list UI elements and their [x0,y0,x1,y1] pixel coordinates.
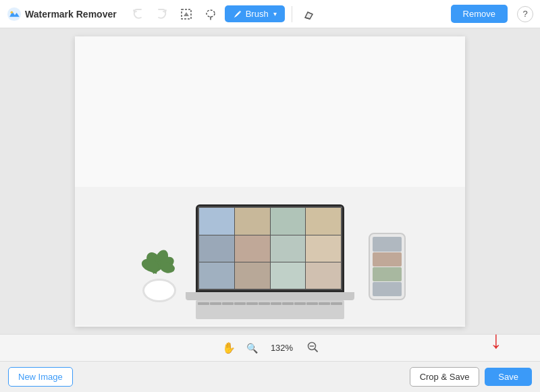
zoom-out-icon[interactable] [306,341,319,355]
key [259,302,270,305]
crop-save-button[interactable]: Crop & Save [410,367,480,387]
image-bottom-section [75,187,465,326]
footer: New Image Crop & Save Save [0,361,540,392]
laptop-screen [196,204,344,292]
screen-cell [271,262,306,289]
remove-label: Remove [463,9,495,19]
screen-cell [306,208,341,234]
key [294,302,306,305]
laptop-screen-content [198,206,342,290]
toolbar: Watermark Remover [0,0,540,28]
screen-cell [199,235,234,262]
canvas-container[interactable] [75,36,465,327]
laptop-base [186,292,354,300]
new-image-label: New Image [18,372,63,382]
brush-label: Brush [246,9,269,19]
screen-cell [235,262,270,289]
save-button[interactable]: Save [485,368,532,386]
phone-cell [373,237,402,251]
key [198,302,209,305]
key [282,302,294,305]
image-canvas[interactable] [75,36,465,327]
help-button[interactable]: ? [517,6,533,22]
svg-point-1 [11,11,14,13]
screen-cell [235,235,270,262]
key [271,302,282,305]
help-label: ? [522,9,527,19]
screen-cell [306,235,341,262]
new-image-button[interactable]: New Image [8,367,73,387]
main-area [0,28,540,334]
pan-icon[interactable]: ✋ [222,341,236,354]
key [234,302,246,305]
screen-cell [199,262,234,289]
lasso-icon [205,8,217,20]
screen-cell [271,208,306,234]
toolbar-divider-1 [292,6,292,22]
laptop-decoration [169,204,371,319]
app-logo-icon [7,7,22,22]
screen-cell [199,208,234,234]
lasso-button[interactable] [200,5,221,23]
key [331,302,342,305]
svg-point-0 [7,7,21,20]
brush-dropdown-arrow: ▾ [273,10,277,18]
screen-cell [271,235,306,262]
screen-cell [306,262,341,289]
save-label: Save [498,372,518,382]
status-bar: ✋ 🔍 132% ↓ [0,334,540,361]
marquee-icon [180,8,192,20]
remove-button[interactable]: Remove [451,5,508,23]
svg-point-3 [207,10,215,17]
zoom-level: 132% [269,343,296,353]
key [210,302,221,305]
phone-decoration [369,233,406,300]
eraser-button[interactable] [299,5,319,23]
phone-cell [373,252,402,267]
image-top-section [75,36,465,188]
key [246,302,258,305]
undo-button[interactable] [128,5,148,23]
key [222,302,234,305]
app-logo: Watermark Remover [7,7,117,22]
zoom-out-svg [306,341,319,353]
zoom-in-icon[interactable]: 🔍 [246,343,258,354]
key [319,302,330,305]
crop-save-label: Crop & Save [420,372,470,382]
marquee-button[interactable] [176,5,196,23]
app-title: Watermark Remover [25,9,117,20]
key [306,302,318,305]
brush-button[interactable]: Brush ▾ [225,5,285,22]
phone-cell [373,282,402,296]
eraser-icon [303,8,315,20]
redo-icon [156,8,168,20]
laptop-keyboard [196,300,344,319]
download-arrow-indicator: ↓ [490,328,502,352]
phone-cell [373,267,402,281]
undo-icon [132,8,144,20]
screen-cell [235,208,270,234]
redo-button[interactable] [152,5,172,23]
brush-icon [233,9,242,19]
